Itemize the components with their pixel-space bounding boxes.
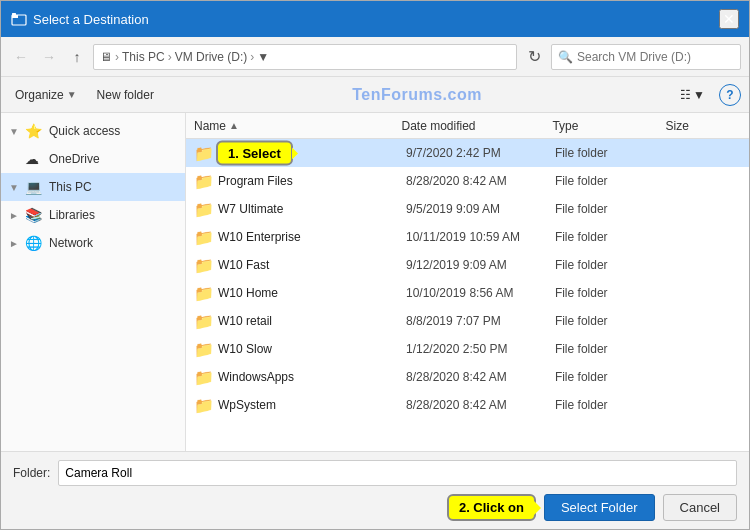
file-date: 1/12/2020 2:50 PM: [406, 342, 555, 356]
toolbar: Organize ▼ New folder TenForums.com ☷ ▼ …: [1, 77, 749, 113]
file-row[interactable]: 📁 WindowsApps 8/28/2020 8:42 AM File fol…: [186, 363, 749, 391]
network-icon: 🌐: [25, 235, 45, 251]
file-name: W10 Fast: [218, 258, 406, 272]
file-name: W10 retail: [218, 314, 406, 328]
sidebar-item-this-pc[interactable]: ▼ 💻 This PC: [1, 173, 185, 201]
folder-icon: 📁: [194, 284, 212, 302]
select-destination-dialog: Select a Destination ✕ ← → ↑ 🖥 › This PC…: [0, 0, 750, 530]
onedrive-label: OneDrive: [49, 152, 177, 166]
file-name: W10 Slow: [218, 342, 406, 356]
this-pc-icon: 💻: [25, 179, 45, 195]
search-input[interactable]: [577, 50, 734, 64]
file-row[interactable]: 📁 W10 Enterprise 10/11/2019 10:59 AM Fil…: [186, 223, 749, 251]
select-folder-button[interactable]: Select Folder: [544, 494, 655, 521]
sidebar: ▼ ⭐ Quick access ☁ OneDrive ▼ 💻 This PC …: [1, 113, 186, 451]
libraries-expand-icon: ►: [9, 210, 25, 221]
path-text: This PC: [122, 50, 165, 64]
folder-icon: 📁: [194, 368, 212, 386]
organize-button[interactable]: Organize ▼: [9, 85, 83, 105]
up-button[interactable]: ↑: [65, 45, 89, 69]
column-header: Name ▲ Date modified Type Size: [186, 113, 749, 139]
watermark: TenForums.com: [168, 86, 666, 104]
path-drive: VM Drive (D:): [175, 50, 248, 64]
callout2-area: 2. Click on: [447, 494, 536, 521]
dialog-icon: [11, 11, 27, 27]
file-row[interactable]: 📁 W10 Slow 1/12/2020 2:50 PM File folder: [186, 335, 749, 363]
file-type: File folder: [555, 146, 667, 160]
col-name-header[interactable]: Name ▲: [194, 119, 401, 133]
folder-row: Folder:: [13, 460, 737, 486]
col-size-header[interactable]: Size: [666, 119, 741, 133]
view-button[interactable]: ☷ ▼: [674, 85, 711, 105]
col-date-header[interactable]: Date modified: [401, 119, 552, 133]
file-row[interactable]: 1. Select 📁 Camera Roll 9/7/2020 2:42 PM…: [186, 139, 749, 167]
this-pc-label: This PC: [49, 180, 177, 194]
title-bar: Select a Destination ✕: [1, 1, 749, 37]
file-row[interactable]: 📁 Program Files 8/28/2020 8:42 AM File f…: [186, 167, 749, 195]
file-name: WindowsApps: [218, 370, 406, 384]
folder-icon: 📁: [194, 144, 212, 162]
view-arrow: ▼: [693, 88, 705, 102]
file-date: 8/28/2020 8:42 AM: [406, 370, 555, 384]
search-box: 🔍: [551, 44, 741, 70]
file-list: 1. Select 📁 Camera Roll 9/7/2020 2:42 PM…: [186, 139, 749, 451]
file-row[interactable]: 📁 W10 Home 10/10/2019 8:56 AM File folde…: [186, 279, 749, 307]
button-row: 2. Click on Select Folder Cancel: [13, 494, 737, 521]
file-date: 8/8/2019 7:07 PM: [406, 314, 555, 328]
file-date: 9/7/2020 2:42 PM: [406, 146, 555, 160]
svg-rect-2: [12, 13, 16, 16]
quick-access-expand-icon: ▼: [9, 126, 25, 137]
libraries-icon: 📚: [25, 207, 45, 223]
new-folder-button[interactable]: New folder: [91, 85, 160, 105]
file-name: W10 Enterprise: [218, 230, 406, 244]
sidebar-item-libraries[interactable]: ► 📚 Libraries: [1, 201, 185, 229]
folder-icon: 📁: [194, 256, 212, 274]
help-button[interactable]: ?: [719, 84, 741, 106]
file-row[interactable]: 📁 WpSystem 8/28/2020 8:42 AM File folder: [186, 391, 749, 419]
sidebar-item-quick-access[interactable]: ▼ ⭐ Quick access: [1, 117, 185, 145]
file-date: 8/28/2020 8:42 AM: [406, 398, 555, 412]
folder-icon: 📁: [194, 200, 212, 218]
col-type-header[interactable]: Type: [552, 119, 665, 133]
search-icon: 🔍: [558, 50, 573, 64]
file-row[interactable]: 📁 W10 retail 8/8/2019 7:07 PM File folde…: [186, 307, 749, 335]
main-content: ▼ ⭐ Quick access ☁ OneDrive ▼ 💻 This PC …: [1, 113, 749, 451]
close-button[interactable]: ✕: [719, 9, 739, 29]
forward-button[interactable]: →: [37, 45, 61, 69]
file-type: File folder: [555, 286, 667, 300]
cancel-button[interactable]: Cancel: [663, 494, 737, 521]
file-type: File folder: [555, 258, 667, 272]
file-type: File folder: [555, 370, 667, 384]
folder-input[interactable]: [58, 460, 737, 486]
address-path[interactable]: 🖥 › This PC › VM Drive (D:) › ▼: [93, 44, 517, 70]
file-type: File folder: [555, 398, 667, 412]
file-name: Program Files: [218, 174, 406, 188]
sidebar-item-onedrive[interactable]: ☁ OneDrive: [1, 145, 185, 173]
folder-label: Folder:: [13, 466, 50, 480]
file-type: File folder: [555, 314, 667, 328]
sidebar-item-network[interactable]: ► 🌐 Network: [1, 229, 185, 257]
file-date: 9/5/2019 9:09 AM: [406, 202, 555, 216]
callout2-bubble: 2. Click on: [447, 494, 536, 521]
folder-icon: 📁: [194, 340, 212, 358]
organize-arrow: ▼: [67, 89, 77, 100]
path-icon: 🖥: [100, 50, 112, 64]
quick-access-label: Quick access: [49, 124, 177, 138]
address-bar: ← → ↑ 🖥 › This PC › VM Drive (D:) › ▼ ↻ …: [1, 37, 749, 77]
dialog-title: Select a Destination: [33, 12, 719, 27]
folder-icon: 📁: [194, 396, 212, 414]
file-date: 10/10/2019 8:56 AM: [406, 286, 555, 300]
back-button[interactable]: ←: [9, 45, 33, 69]
bottom-bar: Folder: 2. Click on Select Folder Cancel: [1, 451, 749, 529]
file-list-area: Name ▲ Date modified Type Size 1. Select…: [186, 113, 749, 451]
file-type: File folder: [555, 230, 667, 244]
file-type: File folder: [555, 174, 667, 188]
file-date: 10/11/2019 10:59 AM: [406, 230, 555, 244]
file-type: File folder: [555, 202, 667, 216]
network-expand-icon: ►: [9, 238, 25, 249]
file-row[interactable]: 📁 W7 Ultimate 9/5/2019 9:09 AM File fold…: [186, 195, 749, 223]
file-row[interactable]: 📁 W10 Fast 9/12/2019 9:09 AM File folder: [186, 251, 749, 279]
refresh-button[interactable]: ↻: [521, 44, 547, 70]
file-name: W10 Home: [218, 286, 406, 300]
file-type: File folder: [555, 342, 667, 356]
